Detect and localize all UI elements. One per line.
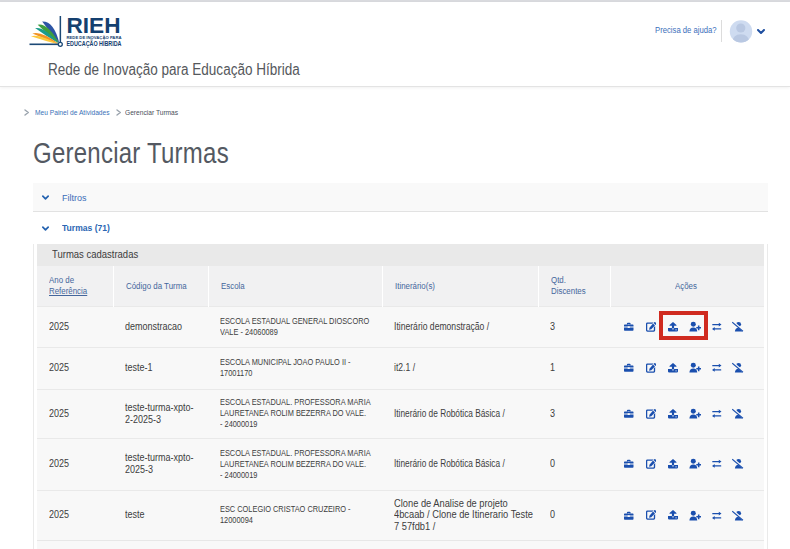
svg-text:EDUCAÇÃO HÍBRIDA: EDUCAÇÃO HÍBRIDA bbox=[67, 39, 122, 48]
svg-text:REDE DE INOVAÇÃO PARA: REDE DE INOVAÇÃO PARA bbox=[67, 35, 123, 40]
